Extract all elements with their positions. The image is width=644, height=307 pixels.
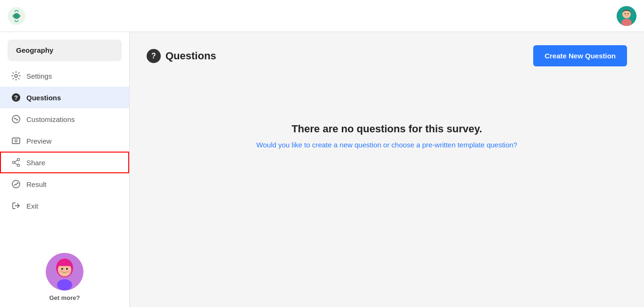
sidebar-item-exit[interactable]: Exit bbox=[0, 195, 129, 217]
preview-label: Preview bbox=[26, 137, 51, 145]
svg-text:?: ? bbox=[14, 94, 18, 101]
svg-point-25 bbox=[59, 270, 62, 273]
svg-point-26 bbox=[67, 270, 70, 273]
top-bar bbox=[0, 0, 644, 32]
svg-point-12 bbox=[15, 140, 17, 142]
svg-point-23 bbox=[61, 268, 63, 270]
svg-rect-11 bbox=[12, 138, 20, 144]
settings-label: Settings bbox=[26, 72, 52, 80]
empty-state-subtext[interactable]: Would you like to create a new question … bbox=[256, 141, 517, 149]
share-label: Share bbox=[26, 159, 45, 167]
page-title: Questions bbox=[165, 50, 216, 62]
svg-line-17 bbox=[15, 163, 17, 165]
questions-label: Questions bbox=[26, 94, 61, 102]
main-content: ? Questions Create New Question There ar… bbox=[130, 0, 644, 307]
svg-point-5 bbox=[627, 13, 628, 14]
svg-point-4 bbox=[625, 13, 626, 14]
empty-state: There are no questions for this survey. … bbox=[130, 123, 644, 149]
promo-avatar bbox=[46, 253, 83, 291]
sidebar-item-share[interactable]: Share bbox=[0, 152, 129, 173]
settings-icon bbox=[11, 71, 21, 81]
survey-title: Geography bbox=[16, 46, 53, 54]
sidebar-item-preview[interactable]: Preview bbox=[0, 130, 129, 152]
empty-state-heading: There are no questions for this survey. bbox=[291, 123, 482, 135]
user-avatar[interactable] bbox=[617, 6, 636, 26]
page-title-area: ? Questions bbox=[147, 49, 216, 63]
sidebar-item-result[interactable]: Result bbox=[0, 173, 129, 195]
svg-point-1 bbox=[14, 14, 19, 18]
nav-menu: Settings ? Questions Customizations bbox=[0, 65, 129, 217]
svg-point-27 bbox=[57, 279, 72, 291]
get-more-text: Get more? bbox=[49, 294, 80, 301]
svg-point-24 bbox=[66, 268, 68, 270]
result-icon bbox=[11, 179, 21, 189]
svg-point-15 bbox=[13, 162, 15, 164]
question-icon: ? bbox=[11, 93, 21, 102]
share-icon bbox=[11, 158, 21, 167]
svg-line-16 bbox=[15, 160, 17, 162]
exit-icon bbox=[11, 201, 21, 210]
create-new-question-button[interactable]: Create New Question bbox=[533, 45, 627, 66]
sidebar: Geography Settings ? Questions bbox=[0, 0, 130, 307]
page-title-icon: ? bbox=[147, 49, 161, 63]
svg-point-18 bbox=[12, 180, 20, 188]
sidebar-item-customizations[interactable]: Customizations bbox=[0, 108, 129, 130]
sidebar-item-questions[interactable]: ? Questions bbox=[0, 87, 129, 108]
sidebar-item-settings[interactable]: Settings bbox=[0, 65, 129, 87]
exit-label: Exit bbox=[26, 202, 38, 210]
survey-title-box: Geography bbox=[8, 40, 122, 61]
logo bbox=[8, 7, 25, 25]
result-label: Result bbox=[26, 180, 47, 188]
svg-point-7 bbox=[15, 74, 17, 77]
customizations-label: Customizations bbox=[26, 115, 75, 123]
main-header: ? Questions Create New Question bbox=[130, 32, 644, 76]
customizations-icon bbox=[11, 114, 21, 124]
sidebar-bottom: Get more? bbox=[0, 243, 129, 307]
preview-icon bbox=[11, 136, 21, 145]
